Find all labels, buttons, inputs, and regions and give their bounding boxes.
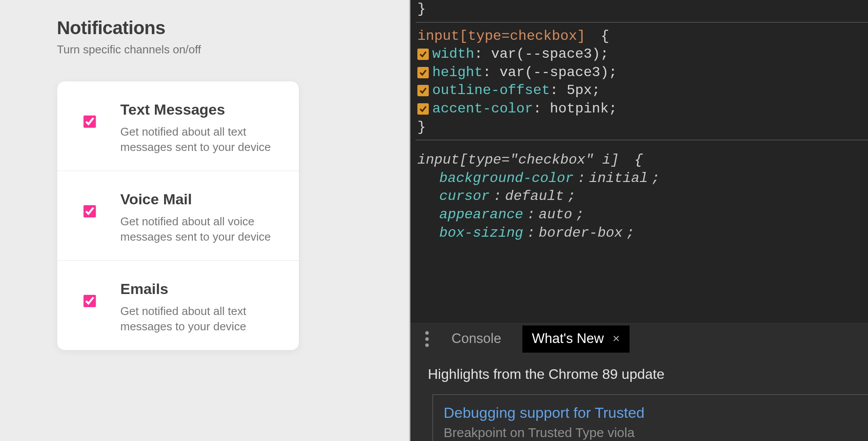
close-icon[interactable]: × (612, 331, 620, 346)
css-property: background-color (439, 169, 574, 188)
css-value[interactable]: var(--space3) (500, 64, 609, 80)
setting-title: Voice Mail (120, 189, 281, 210)
rule-separator (416, 140, 868, 140)
css-property: cursor (439, 187, 490, 206)
css-property[interactable]: accent-color (432, 101, 533, 117)
css-value: auto (539, 206, 572, 224)
property-toggle-icon[interactable] (417, 49, 429, 60)
page-subtitle: Turn specific channels on/off (57, 43, 409, 56)
css-brace: } (417, 118, 426, 136)
css-brace: } (417, 0, 426, 18)
setting-description: Get notified about all voice messages se… (120, 214, 281, 245)
app-preview-panel: Notifications Turn specific channels on/… (0, 0, 409, 441)
css-property: box-sizing (439, 224, 523, 242)
drawer-highlight-card[interactable]: Debugging support for Trusted Breakpoint… (432, 394, 868, 441)
setting-row-text-messages: Text Messages Get notified about all tex… (57, 81, 299, 171)
rule-separator (416, 22, 868, 23)
css-selector[interactable]: input[type=checkbox] (417, 27, 585, 46)
drawer-headline: Highlights from the Chrome 89 update (410, 356, 868, 390)
user-agent-style-block: input[type="checkbox" i] { background-co… (416, 145, 868, 242)
setting-title: Emails (120, 279, 281, 299)
css-value[interactable]: hotpink (550, 101, 609, 117)
css-selector[interactable]: input[type="checkbox" i] (417, 151, 619, 169)
drawer-card-subtitle: Breakpoint on Trusted Type viola (444, 424, 868, 441)
tab-whats-new[interactable]: What's New × (522, 326, 630, 353)
css-brace: { (601, 27, 609, 46)
tab-console[interactable]: Console (442, 326, 511, 353)
tab-label: What's New (532, 330, 604, 347)
setting-title: Text Messages (120, 100, 281, 120)
css-property: appearance (439, 206, 523, 224)
property-toggle-icon[interactable] (417, 85, 429, 96)
css-value: default (505, 187, 564, 206)
css-property[interactable]: width (432, 46, 474, 62)
setting-row-emails: Emails Get notified about all text messa… (57, 261, 299, 350)
css-brace: { (634, 151, 643, 169)
css-value[interactable]: var(--space3) (491, 46, 600, 62)
devtools-panel: } input[type=checkbox] { width: var(--sp… (410, 0, 868, 441)
devtools-drawer: Console What's New × Highlights from the… (410, 322, 868, 441)
checkbox-text-messages[interactable] (84, 116, 96, 128)
css-value[interactable]: 5px (567, 82, 592, 98)
css-property[interactable]: outline-offset (432, 82, 550, 98)
property-toggle-icon[interactable] (417, 67, 429, 78)
drawer-card-title: Debugging support for Trusted (444, 403, 868, 422)
notifications-card: Text Messages Get notified about all tex… (57, 81, 299, 350)
setting-description: Get notified about all text messages to … (120, 304, 281, 334)
css-value: border-box (539, 224, 623, 242)
setting-row-voice-mail: Voice Mail Get notified about all voice … (57, 171, 299, 261)
styles-pane[interactable]: } input[type=checkbox] { width: var(--sp… (410, 0, 868, 322)
css-property[interactable]: height (432, 64, 483, 80)
drawer-tabstrip: Console What's New × (410, 322, 868, 356)
checkbox-voice-mail[interactable] (84, 205, 96, 217)
checkbox-emails[interactable] (84, 295, 96, 307)
kebab-menu-icon[interactable] (424, 329, 430, 350)
page-title: Notifications (57, 18, 409, 38)
css-value: initial (589, 169, 648, 188)
property-toggle-icon[interactable] (417, 103, 429, 115)
setting-description: Get notified about all text messages sen… (120, 124, 281, 155)
